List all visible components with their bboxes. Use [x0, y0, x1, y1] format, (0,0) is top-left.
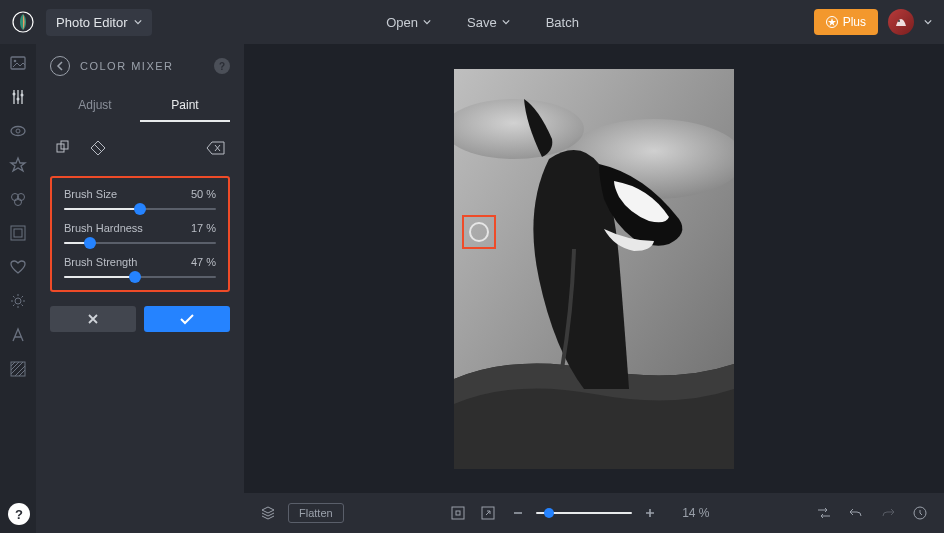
- brush-strength-label: Brush Strength: [64, 256, 137, 268]
- flatten-button[interactable]: Flatten: [288, 503, 344, 523]
- panel-header: COLOR MIXER ?: [50, 56, 230, 76]
- topbar-center: Open Save Batch: [372, 9, 593, 36]
- avatar-image: [892, 13, 910, 31]
- eye-tool-icon[interactable]: [9, 122, 27, 140]
- app-name-label: Photo Editor: [56, 15, 128, 30]
- horse-photo: [454, 69, 734, 469]
- brush-hardness-value: 17 %: [191, 222, 216, 234]
- plus-label: Plus: [843, 15, 866, 29]
- compare-toggle-icon[interactable]: [816, 505, 832, 521]
- erase-icon[interactable]: [84, 134, 112, 162]
- brush-hardness-track[interactable]: [64, 242, 216, 244]
- open-label: Open: [386, 15, 418, 30]
- star-tool-icon[interactable]: [9, 156, 27, 174]
- help-fab[interactable]: ?: [8, 503, 30, 525]
- svg-rect-22: [452, 507, 464, 519]
- svg-point-7: [21, 94, 24, 97]
- compare-icon[interactable]: [50, 134, 78, 162]
- plus-upgrade-button[interactable]: Plus: [814, 9, 878, 35]
- bottombar-left: Flatten: [260, 503, 344, 523]
- gear-tool-icon[interactable]: [9, 292, 27, 310]
- check-icon: [179, 312, 195, 326]
- batch-label: Batch: [546, 15, 579, 30]
- chevron-down-icon: [502, 18, 510, 26]
- brush-hardness-slider: Brush Hardness 17 %: [64, 222, 216, 244]
- zoom-controls: 14 %: [510, 505, 709, 521]
- undo-icon[interactable]: [848, 505, 864, 521]
- svg-point-8: [11, 127, 25, 136]
- app-selector[interactable]: Photo Editor: [46, 9, 152, 36]
- save-button[interactable]: Save: [453, 9, 524, 36]
- brush-size-track[interactable]: [64, 208, 216, 210]
- back-button[interactable]: [50, 56, 70, 76]
- brush-size-value: 50 %: [191, 188, 216, 200]
- panel-help-icon[interactable]: ?: [214, 58, 230, 74]
- panel-actions: [50, 306, 230, 332]
- svg-point-2: [898, 20, 900, 22]
- svg-point-9: [16, 129, 20, 133]
- tab-paint[interactable]: Paint: [140, 90, 230, 122]
- expand-icon[interactable]: [480, 505, 496, 521]
- redo-icon[interactable]: [880, 505, 896, 521]
- bottombar-right: [816, 505, 928, 521]
- brush-size-thumb[interactable]: [134, 203, 146, 215]
- chevron-down-icon: [423, 18, 431, 26]
- heart-tool-icon[interactable]: [9, 258, 27, 276]
- brush-size-label: Brush Size: [64, 188, 117, 200]
- toolstrip: [0, 44, 36, 533]
- svg-rect-13: [11, 226, 25, 240]
- brush-strength-value: 47 %: [191, 256, 216, 268]
- layers-icon[interactable]: [260, 505, 276, 521]
- batch-button[interactable]: Batch: [532, 9, 593, 36]
- image-tool-icon[interactable]: [9, 54, 27, 72]
- bottombar: Flatten 14 %: [244, 493, 944, 533]
- tab-adjust[interactable]: Adjust: [50, 90, 140, 122]
- svg-rect-23: [456, 511, 460, 515]
- clear-mask-icon[interactable]: [202, 134, 230, 162]
- arrow-left-icon: [55, 61, 65, 71]
- canvas-image[interactable]: [454, 69, 734, 469]
- panel-title: COLOR MIXER: [80, 60, 204, 72]
- fit-icon[interactable]: [450, 505, 466, 521]
- canvas-viewport[interactable]: [244, 44, 944, 493]
- frame-tool-icon[interactable]: [9, 224, 27, 242]
- svg-point-4: [14, 60, 17, 63]
- cancel-button[interactable]: [50, 306, 136, 332]
- canvas-area: Flatten 14 %: [244, 44, 944, 533]
- open-button[interactable]: Open: [372, 9, 445, 36]
- zoom-in-icon[interactable]: [642, 505, 658, 521]
- adjust-tool-icon[interactable]: [9, 88, 27, 106]
- zoom-slider-thumb[interactable]: [544, 508, 554, 518]
- topbar-left: Photo Editor: [12, 9, 152, 36]
- brush-hardness-thumb[interactable]: [84, 237, 96, 249]
- user-avatar[interactable]: [888, 9, 914, 35]
- svg-point-6: [17, 98, 20, 101]
- apply-button[interactable]: [144, 306, 230, 332]
- brush-cursor-circle: [469, 222, 489, 242]
- save-label: Save: [467, 15, 497, 30]
- svg-point-15: [15, 298, 21, 304]
- history-icon[interactable]: [912, 505, 928, 521]
- texture-tool-icon[interactable]: [9, 360, 27, 378]
- brush-strength-slider: Brush Strength 47 %: [64, 256, 216, 278]
- brush-strength-thumb[interactable]: [129, 271, 141, 283]
- chevron-down-icon[interactable]: [924, 18, 932, 26]
- svg-point-5: [13, 93, 16, 96]
- star-icon: [826, 16, 838, 28]
- zoom-out-icon[interactable]: [510, 505, 526, 521]
- svg-rect-14: [14, 229, 22, 237]
- zoom-percent: 14 %: [682, 506, 709, 520]
- main-area: COLOR MIXER ? Adjust Paint Brush Size 50…: [0, 44, 944, 533]
- chevron-down-icon: [134, 18, 142, 26]
- effects-tool-icon[interactable]: [9, 190, 27, 208]
- brush-size-slider: Brush Size 50 %: [64, 188, 216, 210]
- brush-strength-track[interactable]: [64, 276, 216, 278]
- app-logo[interactable]: [12, 11, 34, 33]
- brush-hardness-label: Brush Hardness: [64, 222, 143, 234]
- close-icon: [86, 312, 100, 326]
- side-panel: COLOR MIXER ? Adjust Paint Brush Size 50…: [36, 44, 244, 533]
- zoom-slider[interactable]: [536, 512, 632, 514]
- brush-sliders-highlighted: Brush Size 50 % Brush Hardness 17 %: [50, 176, 230, 292]
- brush-cursor-highlighted: [462, 215, 496, 249]
- text-tool-icon[interactable]: [9, 326, 27, 344]
